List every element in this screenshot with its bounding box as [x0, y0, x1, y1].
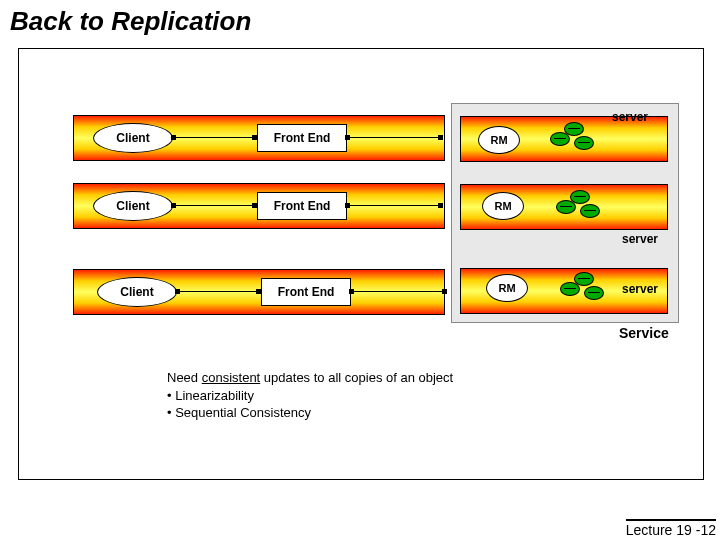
- front-end-node: Front End: [257, 124, 347, 152]
- front-end-node: Front End: [257, 192, 347, 220]
- note-bullet: • Linearizability: [167, 387, 453, 405]
- rm-node: RM: [482, 192, 524, 220]
- note-line: Need consistent updates to all copies of…: [167, 369, 453, 387]
- service-frame: RM server RM server RM server: [451, 103, 679, 323]
- connector-icon: [177, 291, 259, 292]
- server-label: server: [622, 232, 658, 246]
- client-node: Client: [93, 191, 173, 221]
- client-node: Client: [97, 277, 177, 307]
- notes-block: Need consistent updates to all copies of…: [167, 369, 453, 422]
- connector-icon: [173, 137, 255, 138]
- content-frame: Client Front End Client Front End Client…: [18, 48, 704, 480]
- slide-title: Back to Replication: [0, 0, 720, 43]
- server-label: server: [622, 282, 658, 296]
- note-text: updates to all copies of an object: [260, 370, 453, 385]
- replica-pills-icon: [560, 272, 604, 302]
- rm-node: RM: [478, 126, 520, 154]
- front-end-node: Front End: [261, 278, 351, 306]
- note-text: Need: [167, 370, 202, 385]
- connector-icon: [347, 137, 441, 138]
- replica-pills-icon: [550, 122, 594, 152]
- note-underlined: consistent: [202, 370, 261, 385]
- replica-pills-icon: [556, 190, 600, 220]
- note-bullet: • Sequential Consistency: [167, 404, 453, 422]
- service-label: Service: [619, 325, 669, 341]
- connector-icon: [347, 205, 441, 206]
- connector-icon: [351, 291, 445, 292]
- server-label: server: [612, 110, 648, 124]
- connector-icon: [173, 205, 255, 206]
- lecture-footer: Lecture 19 -12: [626, 519, 716, 538]
- rm-node: RM: [486, 274, 528, 302]
- client-node: Client: [93, 123, 173, 153]
